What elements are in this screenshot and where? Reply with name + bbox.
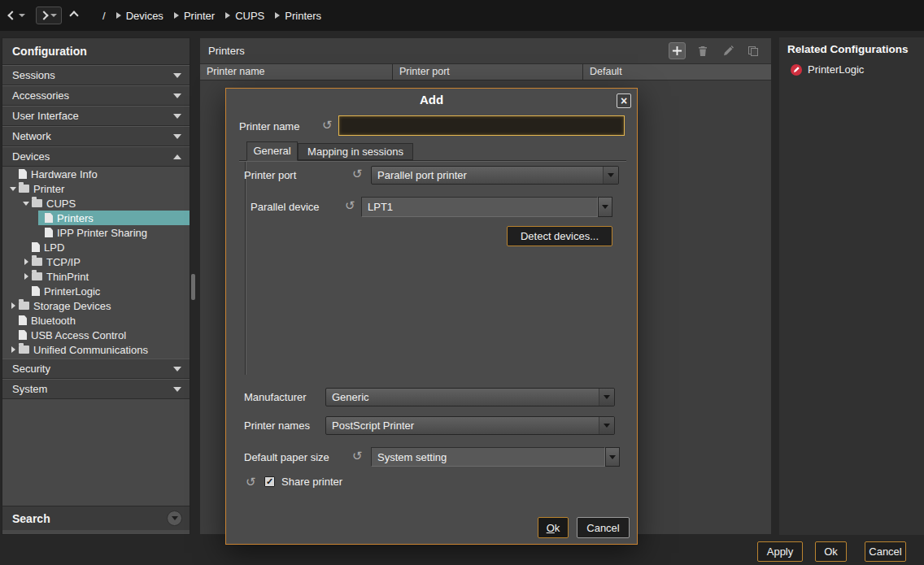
sidebar-section-system[interactable]: System xyxy=(2,379,190,399)
expander-closed-icon[interactable] xyxy=(7,346,19,353)
trash-icon xyxy=(697,46,708,57)
tree-item-printers[interactable]: Printers xyxy=(2,211,190,225)
breadcrumb-printer[interactable]: Printer xyxy=(174,10,215,22)
related-configurations-title: Related Configurations xyxy=(779,37,924,55)
search-expand-button[interactable] xyxy=(167,511,182,526)
sidebar-scrollbar[interactable] xyxy=(191,37,195,535)
dropdown-selected-value: Parallel port printer xyxy=(377,169,467,181)
ok-button[interactable]: Ok xyxy=(815,541,847,562)
section-label: User Interface xyxy=(12,110,173,122)
apply-button[interactable]: Apply xyxy=(757,541,803,562)
close-button[interactable]: × xyxy=(617,93,631,108)
tree-item-unified-communications[interactable]: Unified Communications xyxy=(2,342,190,357)
printer-name-input[interactable] xyxy=(338,115,625,136)
sidebar-section-security[interactable]: Security xyxy=(2,359,190,379)
column-header-default[interactable]: Default xyxy=(583,64,771,80)
share-printer-checkbox[interactable]: ✓ xyxy=(264,476,275,487)
sidebar-section-user-interface[interactable]: User Interface xyxy=(2,106,190,126)
parallel-device-dropdown-button[interactable] xyxy=(598,197,612,217)
section-label: Devices xyxy=(12,150,173,163)
reset-icon[interactable]: ↺ xyxy=(345,199,355,212)
tree-item-printerlogic[interactable]: PrinterLogic xyxy=(2,284,190,298)
sidebar-section-devices[interactable]: Devices xyxy=(2,146,190,167)
delete-button[interactable] xyxy=(694,42,711,59)
parallel-device-combo[interactable]: LPT1 xyxy=(361,197,598,217)
paper-size-combo[interactable]: System setting xyxy=(371,447,605,467)
breadcrumb-label: Printer xyxy=(184,10,215,22)
dialog-cancel-button[interactable]: Cancel xyxy=(577,517,630,538)
printers-toolbar xyxy=(669,42,761,59)
reset-icon[interactable]: ↺ xyxy=(352,450,363,463)
tree-item-tcp-ip[interactable]: TCP/IP xyxy=(2,254,190,269)
check-icon: ✓ xyxy=(266,476,273,487)
sidebar-section-network[interactable]: Network xyxy=(2,126,190,146)
breadcrumb-cups[interactable]: CUPS xyxy=(225,10,264,22)
back-button[interactable] xyxy=(5,7,29,24)
tab-mapping-in-sessions[interactable]: Mapping in sessions xyxy=(298,143,413,160)
tab-general[interactable]: General xyxy=(246,141,298,161)
default-paper-size-label: Default paper size xyxy=(244,451,329,464)
expander-closed-icon[interactable] xyxy=(7,302,19,309)
dialog-ok-button[interactable]: Ok xyxy=(538,517,569,538)
paper-size-dropdown-button[interactable] xyxy=(605,447,620,467)
printer-port-label: Printer port xyxy=(244,169,296,182)
tree-item-ipp-printer-sharing[interactable]: IPP Printer Sharing xyxy=(2,225,190,240)
section-label: Sessions xyxy=(12,69,173,81)
breadcrumb-printers[interactable]: Printers xyxy=(275,10,321,22)
tree-item-hardware-info[interactable]: Hardware Info xyxy=(2,167,190,181)
breadcrumb-label: Devices xyxy=(126,10,163,22)
forward-button[interactable] xyxy=(36,7,62,24)
expander-closed-icon[interactable] xyxy=(20,273,32,280)
tree-item-thinprint[interactable]: ThinPrint xyxy=(2,269,190,284)
tree-item-cups[interactable]: CUPS xyxy=(2,196,190,211)
back-history-caret-icon[interactable] xyxy=(19,14,25,17)
collapse-arrow-icon xyxy=(173,387,181,392)
expander-open-icon[interactable] xyxy=(7,187,19,191)
related-item-label: PrinterLogic xyxy=(808,63,864,76)
reset-icon[interactable]: ↺ xyxy=(352,167,363,180)
related-configurations-panel: Related Configurations PrinterLogic xyxy=(779,37,924,535)
tree-item-bluetooth[interactable]: Bluetooth xyxy=(2,313,190,328)
tree-item-lpd[interactable]: LPD xyxy=(2,240,190,254)
reset-icon[interactable]: ↺ xyxy=(322,119,333,132)
forward-history-caret-icon[interactable] xyxy=(50,14,57,17)
cancel-button[interactable]: Cancel xyxy=(865,541,906,562)
tree-item-printer[interactable]: Printer xyxy=(2,181,190,196)
breadcrumb-devices[interactable]: Devices xyxy=(116,10,163,22)
dropdown-arrow-segment xyxy=(599,389,614,406)
breadcrumb-arrow-icon xyxy=(174,12,179,19)
expander-open-icon[interactable] xyxy=(20,202,32,206)
top-navigation-bar: / Devices Printer CUPS Printers xyxy=(0,0,924,31)
expander-closed-icon[interactable] xyxy=(20,259,32,265)
column-header-printer-port[interactable]: Printer port xyxy=(393,64,583,80)
breadcrumb-arrow-icon xyxy=(116,12,121,19)
share-printer-label: Share printer xyxy=(281,476,342,489)
sidebar-section-sessions[interactable]: Sessions xyxy=(2,65,190,85)
column-header-printer-name[interactable]: Printer name xyxy=(200,64,393,80)
printer-names-dropdown[interactable]: PostScript Printer xyxy=(325,416,615,435)
add-button[interactable] xyxy=(669,42,686,59)
tree-item-label: USB Access Control xyxy=(31,329,126,341)
scrollbar-handle[interactable] xyxy=(191,274,195,300)
combo-value: System setting xyxy=(377,451,447,463)
printer-port-dropdown[interactable]: Parallel port printer xyxy=(371,166,619,185)
edit-button[interactable] xyxy=(719,42,736,59)
detect-devices-button[interactable]: Detect devices... xyxy=(507,226,612,246)
modified-config-icon xyxy=(791,64,802,76)
manufacturer-dropdown[interactable]: Generic xyxy=(325,388,615,406)
copy-button[interactable] xyxy=(744,42,761,59)
tree-item-label: Printers xyxy=(57,212,94,224)
sidebar-section-accessories[interactable]: Accessories xyxy=(2,85,190,106)
chevron-down-icon xyxy=(172,516,178,520)
expand-arrow-icon xyxy=(173,154,181,159)
breadcrumb-root[interactable]: / xyxy=(102,10,106,22)
related-item-printerlogic[interactable]: PrinterLogic xyxy=(779,55,924,76)
tree-item-storage-devices[interactable]: Storage Devices xyxy=(2,298,190,313)
search-bar[interactable]: Search xyxy=(2,506,190,530)
reset-icon[interactable]: ↺ xyxy=(246,476,256,489)
document-icon xyxy=(32,242,40,252)
chevron-down-icon xyxy=(604,424,610,428)
parallel-device-label: Parallel device xyxy=(251,201,320,214)
tree-item-usb-access-control[interactable]: USB Access Control xyxy=(2,328,190,342)
up-button[interactable] xyxy=(67,7,81,24)
